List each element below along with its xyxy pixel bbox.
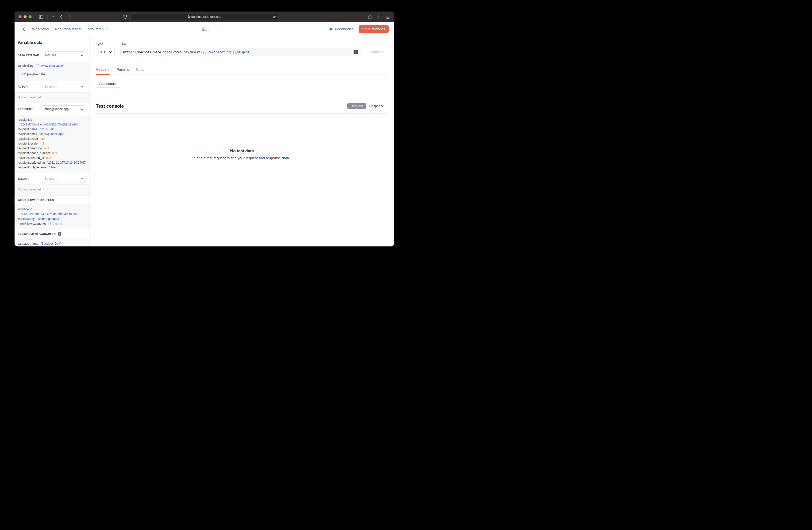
app-body: Variable data DATA PAYLOAD API Call vari…: [15, 37, 394, 247]
workflow-properties-label: WORKFLOW PROPERTIES: [17, 198, 54, 201]
url-text: https://84c5df439d74.ngrok-free.dev/user…: [123, 50, 249, 54]
kv-count: 0 items: [53, 222, 63, 225]
kv-row: workflow.key"recurring-digest": [17, 217, 87, 221]
kv-bracket: [ ]: [48, 222, 51, 225]
url-field: URL https://84c5df439d74.ngrok-free.dev/…: [120, 42, 361, 56]
kv-row: workflow.id"006e938f-98e6-408e-a9de-dbb0…: [17, 207, 87, 217]
divider: [96, 113, 388, 114]
feedback-link[interactable]: Feedback?: [329, 27, 353, 31]
url-input[interactable]: https://84c5df439d74.ngrok-free.dev/user…: [120, 48, 361, 56]
megaphone-icon: [329, 27, 333, 31]
tenant-empty-text: Nothing selected: [17, 187, 87, 193]
preview-key: variableKey: [17, 64, 33, 68]
kv-key: recipient.locale: [17, 142, 38, 145]
kv-value: "16c1fd70-b49a-48d2-8256-73a2b9f18adb": [20, 123, 78, 126]
lock-icon: [188, 15, 190, 18]
kv-row: recipient.avatarnull: [17, 137, 87, 141]
edit-preview-data-button[interactable]: Edit preview data: [17, 71, 48, 78]
kv-value-block: "16c1fd70-b49a-48d2-8256-73a2b9f18adb": [17, 122, 87, 127]
no-test-data-state: No test data Send a test request to see …: [96, 149, 388, 160]
actor-placeholder: Search...: [45, 85, 57, 88]
chevron-down-icon[interactable]: [52, 16, 54, 17]
recipient-fields-section: recipient.id"16c1fd70-b49a-48d2-8256-73a…: [15, 115, 89, 173]
new-tab-icon[interactable]: [377, 15, 381, 19]
url-segment: }}: [233, 50, 236, 54]
reload-icon[interactable]: ⟳: [273, 15, 276, 19]
recipient-select[interactable]: chris@knock.app: [42, 106, 86, 113]
url-segment: .: [225, 50, 227, 54]
app-header: Workflows›Recurring digest›http_fetch_1: [15, 22, 394, 37]
kv-value: "Sandbox-Dev": [41, 242, 61, 246]
back-button[interactable]: [20, 25, 28, 33]
tab-headers[interactable]: Headers: [96, 68, 110, 74]
workflow-fields-section: workflow.id"006e938f-98e6-408e-a9de-dbb0…: [15, 205, 89, 229]
kv-key: recipient.id: [17, 118, 32, 122]
kv-value: null: [46, 156, 51, 159]
breadcrumb-item[interactable]: http_fetch_1: [88, 27, 108, 31]
kv-value: null: [44, 147, 49, 150]
kv-row: recipient.id"16c1fd70-b49a-48d2-8256-73a…: [17, 117, 87, 127]
variable-data-sidebar: Variable data DATA PAYLOAD API Call vari…: [15, 37, 90, 247]
test-console-header: Test console RequestResponse: [96, 102, 388, 110]
segment-request[interactable]: Request: [347, 103, 366, 109]
kv-row: recipient.localenull: [17, 141, 87, 146]
close-window-button[interactable]: [18, 15, 21, 18]
info-icon[interactable]: i: [58, 232, 61, 236]
recipient-label: RECIPIENT: [17, 108, 33, 111]
tenant-label: TENANT: [17, 177, 29, 180]
page-background: dashboard.knock.app ⟳: [0, 0, 406, 265]
share-icon[interactable]: [368, 15, 372, 19]
actor-label: ACTOR: [17, 85, 28, 88]
privacy-shield-icon[interactable]: [124, 15, 127, 19]
tab-overview-icon[interactable]: [386, 15, 390, 19]
forward-icon[interactable]: [69, 15, 71, 19]
kv-row: variableKey "Preview data value": [17, 64, 87, 68]
kv-value: "User": [49, 166, 57, 169]
url-segment: /digest: [236, 50, 250, 54]
kv-key: workflow.id: [17, 208, 32, 211]
browser-chrome: dashboard.knock.app ⟳: [15, 12, 394, 22]
kv-row: vars.app_name"Sandbox-Dev": [17, 241, 87, 246]
no-test-data-subtitle: Send a test request to see your request …: [96, 156, 388, 160]
add-header-button[interactable]: Add header: [96, 80, 120, 87]
no-test-data-title: No test data: [96, 149, 388, 153]
save-changes-button[interactable]: Save changes: [359, 25, 389, 33]
preview-data-section: variableKey "Preview data value" Edit pr…: [15, 61, 89, 81]
segment-response[interactable]: Response: [366, 103, 387, 109]
data-payload-row: DATA PAYLOAD API Call: [15, 50, 89, 61]
kv-row: recipient.created_atnull: [17, 156, 87, 161]
kv-key: recipient.created_at: [17, 156, 44, 159]
breadcrumb-item[interactable]: Workflows: [32, 27, 49, 31]
tab-body[interactable]: Body: [136, 68, 144, 74]
chevron-down-icon: [81, 108, 83, 110]
chrome-nav: [35, 15, 71, 19]
tenant-row: TENANT Search...: [15, 173, 89, 184]
panel-toggle-button[interactable]: [200, 25, 209, 33]
chevron-down-icon: [109, 51, 112, 53]
data-payload-selected: API Call: [45, 54, 56, 57]
breadcrumb-item[interactable]: Recurring digest: [55, 27, 82, 31]
request-tabs: HeadersParamsBody: [96, 68, 388, 75]
back-icon[interactable]: [60, 15, 62, 19]
actor-select[interactable]: Search...: [42, 83, 86, 90]
sidebar-toggle-icon[interactable]: [39, 15, 43, 19]
method-select[interactable]: GET: [96, 48, 115, 56]
address-bar[interactable]: dashboard.knock.app ⟳: [130, 13, 278, 20]
send-test-button[interactable]: Send test: [366, 48, 388, 56]
kv-value: null: [40, 137, 45, 141]
data-payload-select[interactable]: API Call: [42, 52, 86, 59]
header-actions: Feedback? Save changes: [329, 25, 389, 33]
chevron-right-icon[interactable]: ›: [17, 222, 18, 225]
kv-key: recipient.phone_number: [17, 151, 50, 155]
divider: [47, 15, 48, 19]
tab-params[interactable]: Params: [117, 68, 129, 74]
minimize-window-button[interactable]: [24, 15, 27, 18]
type-label: Type: [96, 42, 115, 46]
browser-window: dashboard.knock.app ⟳: [15, 12, 394, 247]
expand-editor-icon[interactable]: ↖: [353, 50, 358, 54]
kv-value: "chris@knock.app": [39, 132, 64, 136]
tenant-select[interactable]: Search...: [42, 175, 86, 182]
kv-value: "Chris Bell": [40, 127, 55, 131]
kv-key: workflow.categories: [20, 222, 46, 225]
zoom-window-button[interactable]: [29, 15, 32, 18]
